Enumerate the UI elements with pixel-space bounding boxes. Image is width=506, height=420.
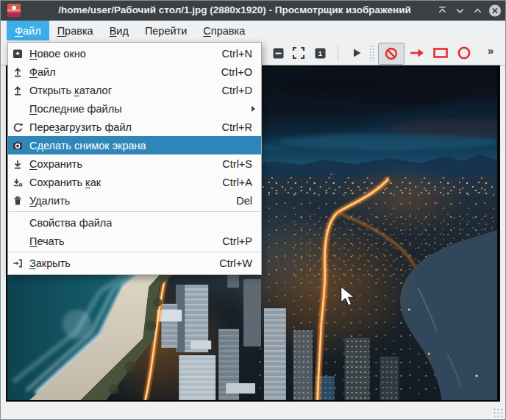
window-title: /home/user/Рабочий стол/1.jpg (2880x1920… — [29, 0, 440, 21]
save-as-icon — [12, 176, 29, 188]
annotate-arrow-button[interactable] — [406, 43, 428, 63]
menu-item-new-window[interactable]: Новое окно Ctrl+N — [8, 44, 261, 63]
menu-edit[interactable]: Правка — [49, 21, 101, 40]
submenu-arrow-icon — [252, 106, 255, 112]
menu-separator — [9, 211, 260, 212]
camera-icon — [12, 139, 29, 152]
image-viewer-app-icon — [7, 4, 21, 17]
annotate-arrow-icon — [409, 46, 425, 60]
menu-item-label: Новое окно — [29, 48, 222, 60]
menu-item-save[interactable]: Сохранить Ctrl+S — [8, 154, 261, 173]
menu-item-shortcut: Ctrl+N — [222, 48, 253, 60]
resize-grip[interactable] — [493, 407, 503, 417]
menubar: Файл Правка Вид Перейти Справка — [0, 21, 506, 40]
annotate-rectangle-icon — [432, 46, 449, 60]
menu-item-file-properties[interactable]: Свойства файла — [8, 213, 261, 232]
reload-icon — [12, 121, 29, 133]
close-icon — [488, 4, 502, 18]
exit-icon — [12, 257, 29, 269]
menu-item-label: Печать — [29, 235, 222, 247]
annotate-none-icon — [384, 46, 399, 61]
annotate-circle-button[interactable] — [453, 43, 475, 63]
fit-to-window-button[interactable] — [288, 43, 310, 63]
menu-item-print[interactable]: Печать Ctrl+P — [8, 232, 261, 250]
menu-item-label: Перезагрузить файл — [29, 121, 222, 133]
menu-item-open-file[interactable]: Файл Ctrl+O — [8, 63, 261, 81]
menu-item-shortcut: Ctrl+A — [222, 177, 252, 188]
menu-item-open-folder[interactable]: Открыть каталог Ctrl+D — [8, 81, 261, 99]
close-button[interactable] — [488, 4, 502, 17]
menu-item-label: Открыть каталог — [29, 85, 222, 96]
save-icon — [12, 157, 29, 170]
menu-go[interactable]: Перейти — [137, 21, 195, 40]
menu-help[interactable]: Справка — [195, 21, 253, 40]
zoom-out-icon — [272, 47, 285, 60]
zoom-out-button[interactable] — [267, 43, 289, 63]
menu-item-label: Последние файлы — [29, 103, 252, 115]
menu-file[interactable]: Файл — [7, 21, 49, 40]
annotate-rectangle-button[interactable] — [430, 43, 452, 63]
menu-item-label: Сделать снимок экрана — [29, 140, 252, 152]
file-menu-popup: Новое окно Ctrl+N Файл Ctrl+O Открыть ка… — [7, 42, 262, 275]
menu-item-close[interactable]: Закрыть Ctrl+W — [8, 254, 261, 272]
minimize-button[interactable] — [453, 4, 466, 17]
start-slideshow-icon — [350, 46, 363, 60]
menu-item-label: Удалить — [29, 195, 236, 207]
annotate-none-button[interactable] — [378, 43, 405, 65]
statusbar — [0, 402, 506, 420]
toolbar-drag-handle[interactable] — [369, 45, 375, 61]
menu-item-save-as[interactable]: Сохранить как Ctrl+A — [8, 173, 261, 191]
actual-size-icon: 1 — [314, 47, 327, 60]
menu-item-label: Сохранить — [29, 158, 222, 170]
menu-separator — [9, 252, 260, 252]
actual-size-button[interactable]: 1 — [309, 43, 331, 63]
toolbar-separator — [338, 46, 338, 60]
menu-item-delete[interactable]: Удалить Del — [8, 191, 261, 210]
minimize-icon — [455, 5, 466, 16]
menu-item-recent-files[interactable]: Последние файлы — [8, 99, 261, 118]
menu-item-reload[interactable]: Перезагрузить файл Ctrl+R — [8, 118, 261, 136]
menu-item-shortcut: Ctrl+P — [222, 235, 252, 247]
menu-item-shortcut: Ctrl+O — [221, 66, 252, 78]
menu-item-shortcut: Ctrl+D — [222, 85, 253, 96]
menu-item-label: Закрыть — [29, 257, 219, 269]
image-viewer-window: /home/user/Рабочий стол/1.jpg (2880x1920… — [0, 0, 506, 420]
annotate-circle-icon — [457, 46, 471, 60]
maximize-icon — [472, 5, 483, 16]
menu-item-label: Свойства файла — [29, 217, 252, 229]
menu-item-shortcut: Ctrl+W — [219, 257, 252, 269]
toolbar-overflow-icon[interactable]: » — [488, 44, 492, 57]
titlebar[interactable]: /home/user/Рабочий стол/1.jpg (2880x1920… — [0, 0, 506, 21]
menu-item-take-screenshot[interactable]: Сделать снимок экрана — [8, 136, 261, 154]
keep-above-button[interactable] — [435, 4, 449, 17]
open-file-icon — [12, 65, 29, 78]
new-window-icon — [12, 47, 29, 60]
menu-item-label: Сохранить как — [29, 177, 222, 188]
menu-item-shortcut: Del — [236, 195, 252, 207]
svg-text:1: 1 — [318, 49, 322, 57]
menu-view[interactable]: Вид — [101, 21, 137, 40]
menu-item-label: Файл — [29, 66, 221, 78]
maximize-button[interactable] — [471, 4, 484, 17]
fit-to-window-icon — [292, 46, 305, 60]
open-folder-icon — [12, 84, 29, 96]
start-slideshow-button[interactable] — [346, 43, 368, 63]
menu-item-shortcut: Ctrl+R — [222, 121, 253, 133]
trash-icon — [12, 194, 29, 207]
keep-above-icon — [437, 5, 448, 16]
mouse-cursor — [339, 285, 357, 309]
menu-item-shortcut: Ctrl+S — [222, 158, 252, 170]
